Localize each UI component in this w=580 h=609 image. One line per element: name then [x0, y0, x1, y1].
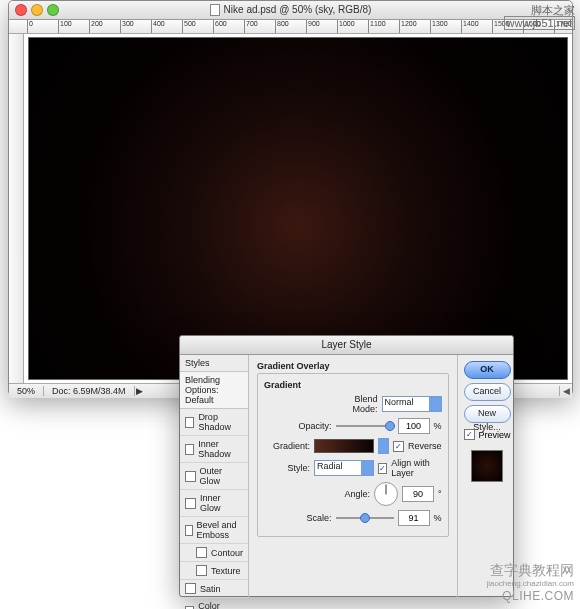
style-contour[interactable]: Contour	[180, 544, 248, 562]
watermark-text: jiaocheng.chazidian.com	[486, 579, 574, 589]
group-title: Gradient Overlay	[257, 361, 449, 371]
dialog-buttons: OK Cancel New Style... Preview	[458, 355, 517, 597]
percent-label: %	[434, 513, 442, 523]
gradient-label: Gradient:	[264, 441, 310, 451]
ruler-tick: 200	[89, 20, 103, 33]
styles-header[interactable]: Styles	[180, 355, 248, 372]
style-label: Texture	[211, 566, 241, 576]
layer-style-dialog: Layer Style Styles Blending Options: Def…	[179, 335, 514, 597]
ruler-tick: 700	[244, 20, 258, 33]
style-label: Color Overlay	[198, 601, 243, 609]
checkbox-icon[interactable]	[185, 444, 194, 455]
style-label: Contour	[211, 548, 243, 558]
style-label: Outer Glow	[200, 466, 243, 486]
gradient-dropdown-icon[interactable]	[378, 438, 389, 454]
watermark-top: 脚本之家 www.jb51.net	[504, 4, 575, 30]
reverse-label: Reverse	[408, 441, 442, 451]
ruler-tick: 100	[58, 20, 72, 33]
angle-label: Angle:	[324, 489, 370, 499]
status-menu-arrow-icon[interactable]: ▶	[135, 386, 145, 396]
checkbox-icon[interactable]	[185, 525, 193, 536]
scrollbar-horizontal[interactable]: ◀	[559, 386, 572, 396]
dialog-title[interactable]: Layer Style	[180, 336, 513, 355]
watermark-text: 脚本之家	[504, 4, 575, 16]
style-label: Drop Shadow	[198, 412, 243, 432]
style-inner-glow[interactable]: Inner Glow	[180, 490, 248, 517]
watermark-text: QLIHE.COM	[486, 589, 574, 603]
checkbox-icon[interactable]	[196, 547, 207, 558]
reverse-checkbox[interactable]	[393, 441, 404, 452]
style-label: Bevel and Emboss	[197, 520, 243, 540]
gradient-swatch[interactable]	[314, 439, 374, 453]
styles-list: Styles Blending Options: Default Drop Sh…	[180, 355, 249, 597]
ruler-tick: 1200	[399, 20, 417, 33]
ruler-tick: 0	[27, 20, 33, 33]
options-panel: Gradient Overlay Gradient Blend Mode: No…	[249, 355, 458, 597]
ruler-tick: 1100	[368, 20, 386, 33]
ruler-tick: 800	[275, 20, 289, 33]
ruler-tick: 300	[120, 20, 134, 33]
window-titlebar[interactable]: Nike ad.psd @ 50% (sky, RGB/8)	[9, 1, 572, 20]
percent-label: %	[434, 421, 442, 431]
opacity-slider[interactable]	[336, 421, 394, 431]
align-checkbox[interactable]	[378, 463, 387, 474]
preview-checkbox[interactable]	[464, 429, 475, 440]
watermark-text: www.jb51.net	[504, 16, 575, 30]
watermark-text: 查字典教程网	[486, 562, 574, 579]
angle-dial[interactable]	[374, 482, 398, 506]
style-color-overlay[interactable]: Color Overlay	[180, 598, 248, 609]
style-select[interactable]: Radial	[314, 460, 374, 476]
style-texture[interactable]: Texture	[180, 562, 248, 580]
opacity-label: Opacity:	[286, 421, 332, 431]
ruler-tick: 1400	[461, 20, 479, 33]
canvas[interactable]	[28, 37, 568, 380]
scale-slider[interactable]	[336, 513, 394, 523]
ruler-tick: 600	[213, 20, 227, 33]
new-style-button[interactable]: New Style...	[464, 405, 511, 423]
cancel-button[interactable]: Cancel	[464, 383, 511, 401]
checkbox-icon[interactable]	[185, 471, 196, 482]
gradient-groupbox: Gradient Blend Mode: Normal Opacity: % G…	[257, 373, 449, 537]
angle-input[interactable]	[402, 486, 434, 502]
scale-label: Scale:	[286, 513, 332, 523]
window-title: Nike ad.psd @ 50% (sky, RGB/8)	[9, 4, 572, 16]
blend-mode-label: Blend Mode:	[332, 394, 378, 414]
ruler-tick: 500	[182, 20, 196, 33]
opacity-input[interactable]	[398, 418, 430, 434]
style-bevel-emboss[interactable]: Bevel and Emboss	[180, 517, 248, 544]
group-sub: Gradient	[264, 380, 442, 390]
preview-label: Preview	[479, 430, 511, 440]
blending-options[interactable]: Blending Options: Default	[180, 372, 248, 409]
ok-button[interactable]: OK	[464, 361, 511, 379]
style-inner-shadow[interactable]: Inner Shadow	[180, 436, 248, 463]
checkbox-icon[interactable]	[185, 606, 194, 610]
style-label: Satin	[200, 584, 221, 594]
style-drop-shadow[interactable]: Drop Shadow	[180, 409, 248, 436]
ruler-horizontal[interactable]: 0 100 200 300 400 500 600 700 800 900 10…	[9, 20, 572, 34]
ruler-tick: 400	[151, 20, 165, 33]
preview-swatch	[471, 450, 503, 482]
blend-mode-select[interactable]: Normal	[382, 396, 442, 412]
style-satin[interactable]: Satin	[180, 580, 248, 598]
checkbox-icon[interactable]	[196, 565, 207, 576]
watermark-bottom: 查字典教程网 jiaocheng.chazidian.com QLIHE.COM	[486, 562, 574, 603]
style-label: Inner Glow	[200, 493, 243, 513]
checkbox-icon[interactable]	[185, 583, 196, 594]
align-label: Align with Layer	[391, 458, 441, 478]
status-zoom[interactable]: 50%	[9, 386, 44, 396]
checkbox-icon[interactable]	[185, 417, 194, 428]
ruler-vertical[interactable]	[9, 34, 24, 383]
canvas-area[interactable]	[24, 34, 572, 383]
ruler-tick: 1300	[430, 20, 448, 33]
checkbox-icon[interactable]	[185, 498, 196, 509]
style-outer-glow[interactable]: Outer Glow	[180, 463, 248, 490]
ruler-tick: 900	[306, 20, 320, 33]
scale-input[interactable]	[398, 510, 430, 526]
style-label: Inner Shadow	[198, 439, 243, 459]
status-docsize[interactable]: Doc: 6.59M/38.4M	[44, 386, 135, 396]
document-icon	[210, 4, 220, 16]
degree-label: °	[438, 489, 442, 499]
style-label: Style:	[264, 463, 310, 473]
ruler-tick: 1000	[337, 20, 355, 33]
